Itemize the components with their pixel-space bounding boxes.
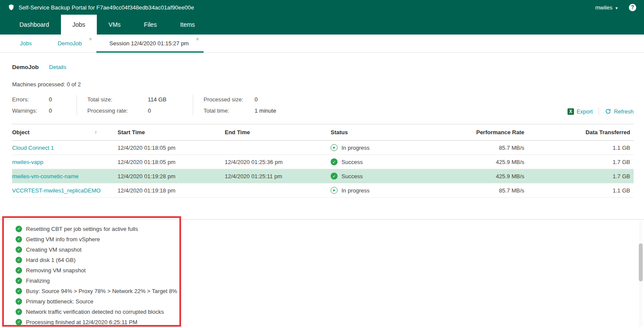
start-time-cell: 12/4/2020 01:19:28 pm	[118, 169, 225, 183]
scrollbar-thumb[interactable]	[639, 243, 643, 281]
end-time-cell	[225, 141, 331, 155]
in-progress-icon: ▶	[331, 187, 338, 194]
user-menu[interactable]: mwiles ▾	[595, 4, 618, 11]
log-message: Network traffic verification detected no…	[26, 309, 164, 315]
sub-tab-demojob[interactable]: DemoJob ×	[45, 35, 96, 52]
nav-tab-dashboard[interactable]: Dashboard	[8, 15, 61, 35]
stat-group-errors: Errors: 0 Warnings: 0	[12, 95, 77, 115]
data-transferred-cell: 1.7 GB	[528, 169, 634, 183]
stat-label: Processing rate:	[87, 107, 148, 114]
success-check-icon: ✓	[16, 298, 22, 305]
refresh-button[interactable]: Refresh	[605, 108, 634, 115]
sort-ascending-icon: ↑	[94, 129, 97, 136]
stat-group-time: Processed size: 0 Total time: 1 minute	[193, 95, 308, 115]
log-message: Getting VM info from vSphere	[26, 236, 100, 243]
nav-tab-items[interactable]: Items	[169, 15, 207, 35]
log-message: Removing VM snapshot	[26, 267, 86, 274]
log-message: Hard disk 1 (64 GB)	[26, 257, 76, 263]
user-name: mwiles	[595, 4, 612, 11]
performance-rate-cell: 425.9 MB/s	[450, 169, 528, 183]
app-logo-icon	[8, 4, 15, 11]
close-icon[interactable]: ×	[196, 36, 199, 42]
sub-tab-session[interactable]: Session 12/4/2020 01:15:27 pm ×	[96, 35, 204, 52]
vertical-scrollbar[interactable]	[639, 221, 643, 327]
start-time-cell: 12/4/2020 01:18:05 pm	[118, 141, 225, 155]
performance-rate-cell: 85.7 MB/s	[450, 183, 528, 198]
nav-tab-vms[interactable]: VMs	[97, 15, 132, 35]
nav-tab-files[interactable]: Files	[132, 15, 169, 35]
refresh-label: Refresh	[614, 108, 634, 115]
performance-rate-cell: 85.7 MB/s	[450, 141, 528, 155]
stat-value: 1 minute	[255, 107, 298, 114]
object-link[interactable]: Cloud Connect 1	[12, 141, 118, 155]
success-check-icon: ✓	[16, 319, 22, 325]
status-label: Success	[341, 173, 363, 180]
log-item: ✓ Network traffic verification detected …	[16, 306, 635, 317]
status-label: In progress	[341, 187, 370, 194]
close-icon[interactable]: ×	[89, 36, 92, 42]
success-check-icon: ✓	[16, 267, 22, 274]
object-link[interactable]: VCCRTEST-mwiles1_replicaDEMO	[12, 183, 118, 198]
data-transferred-cell: 1.1 GB	[528, 183, 634, 198]
stat-label: Processed size:	[204, 96, 255, 103]
log-item: ✓ Finalizing	[16, 275, 635, 286]
column-header-data-transferred[interactable]: Data Transferred	[528, 124, 634, 141]
start-time-cell: 12/4/2020 01:18:05 pm	[118, 155, 225, 169]
column-header-performance-rate[interactable]: Performance Rate	[450, 124, 528, 141]
details-link[interactable]: Details	[49, 64, 67, 70]
success-check-icon: ✓	[16, 246, 22, 253]
table-row-selected[interactable]: mwiles-vm-cosmetic-name 12/4/2020 01:19:…	[12, 169, 634, 183]
stat-value: 0	[148, 107, 182, 114]
stat-label: Errors:	[12, 96, 49, 103]
sub-tab-label: Session 12/4/2020 01:15:27 pm	[109, 40, 189, 47]
column-header-end-time[interactable]: End Time	[225, 124, 331, 141]
performance-rate-cell: 425.9 MB/s	[450, 155, 528, 169]
table-row[interactable]: VCCRTEST-mwiles1_replicaDEMO 12/4/2020 0…	[12, 183, 634, 198]
status-cell: ▶ In progress	[331, 141, 450, 155]
end-time-cell: 12/4/2020 01:25:36 pm	[225, 155, 331, 169]
log-message: Finalizing	[26, 278, 50, 284]
column-header-object[interactable]: Object↑	[12, 124, 118, 141]
end-time-cell: 12/4/2020 01:25:11 pm	[225, 169, 331, 183]
success-check-icon: ✓	[16, 288, 22, 294]
export-button[interactable]: X Export	[567, 108, 593, 115]
refresh-icon	[605, 108, 611, 114]
machines-processed: Machines processed: 0 of 2	[12, 81, 634, 88]
nav-tab-jobs[interactable]: Jobs	[61, 15, 97, 35]
sub-tab-jobs[interactable]: Jobs	[7, 35, 45, 52]
status-cell: ✓ Success	[331, 169, 450, 183]
status-label: In progress	[341, 145, 370, 151]
start-time-cell: 12/4/2020 01:19:18 pm	[118, 183, 225, 198]
stat-value: 0	[49, 96, 66, 103]
table-row[interactable]: Cloud Connect 1 12/4/2020 01:18:05 pm ▶ …	[12, 141, 634, 155]
in-progress-icon: ▶	[331, 144, 338, 151]
status-label: Success	[341, 159, 363, 165]
help-button[interactable]: ?	[629, 4, 636, 11]
sub-tab-label: Jobs	[20, 40, 32, 47]
top-bar: Self-Service Backup Portal for F7ae49cc0…	[0, 0, 644, 15]
stat-label: Total size:	[87, 96, 148, 103]
stat-value: 114 GB	[148, 96, 182, 103]
object-link[interactable]: mwiles-vm-cosmetic-name	[12, 169, 118, 183]
object-link[interactable]: mwiles-vapp	[12, 155, 118, 169]
log-message: Processing finished at 12/4/2020 6:25:11…	[26, 319, 137, 325]
log-item: ✓ Processing finished at 12/4/2020 6:25:…	[16, 317, 635, 327]
chevron-down-icon: ▾	[615, 6, 618, 10]
log-item: ✓ Getting VM info from vSphere	[16, 234, 635, 244]
sub-tab-bar: Jobs DemoJob × Session 12/4/2020 01:15:2…	[0, 35, 644, 53]
divider	[599, 107, 599, 115]
column-header-start-time[interactable]: Start Time	[118, 124, 225, 141]
portal-title: Self-Service Backup Portal for F7ae49cc0…	[19, 4, 194, 11]
column-header-status[interactable]: Status	[331, 124, 450, 141]
stat-group-size: Total size: 114 GB Processing rate: 0	[77, 95, 193, 115]
log-message: Resetting CBT per job settings for activ…	[26, 226, 138, 232]
job-name: DemoJob	[12, 64, 39, 70]
session-log-panel: ✓ Resetting CBT per job settings for act…	[0, 219, 644, 328]
success-check-icon: ✓	[16, 226, 22, 232]
table-row[interactable]: mwiles-vapp 12/4/2020 01:18:05 pm 12/4/2…	[12, 155, 634, 169]
success-icon: ✓	[331, 158, 338, 165]
excel-icon: X	[567, 108, 574, 115]
data-transferred-cell: 1.7 GB	[528, 155, 634, 169]
log-item: ✓ Creating VM snapshot	[16, 244, 635, 255]
end-time-cell	[225, 183, 331, 198]
